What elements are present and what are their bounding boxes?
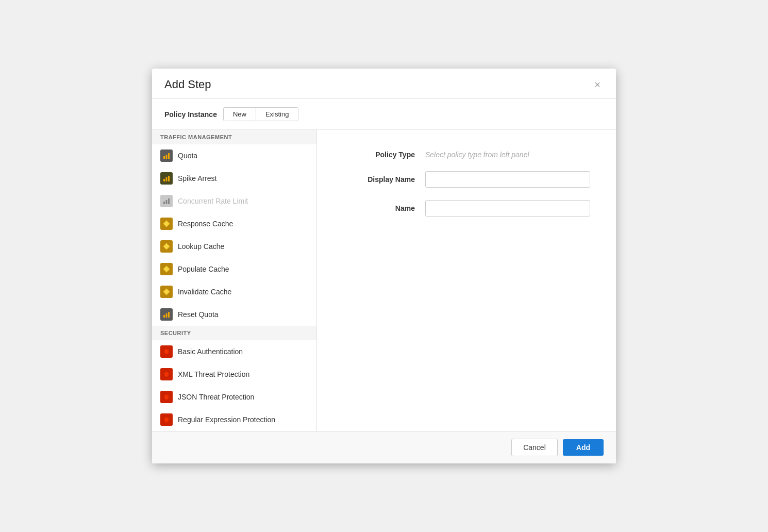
display-name-label: Display Name	[348, 175, 415, 184]
policy-item-populate-cache[interactable]: Populate Cache	[152, 258, 316, 280]
policy-item-label-xml-threat: XML Threat Protection	[178, 370, 249, 378]
close-button[interactable]: ×	[591, 78, 604, 91]
quota-icon	[160, 149, 173, 162]
policy-instance-row: Policy Instance New Existing	[152, 99, 616, 130]
policy-item-label-reset-quota: Reset Quota	[178, 310, 219, 319]
dialog-title: Add Step	[164, 78, 211, 91]
svg-rect-2	[168, 153, 170, 159]
policy-item-label-lookup-cache: Lookup Cache	[178, 242, 224, 251]
dialog-header: Add Step ×	[152, 69, 616, 99]
svg-rect-5	[168, 176, 170, 181]
existing-toggle-button[interactable]: Existing	[256, 108, 298, 121]
shield-icon	[160, 345, 173, 358]
svg-rect-19	[168, 312, 170, 318]
policy-item-reset-quota[interactable]: Reset Quota	[152, 303, 316, 326]
policy-item-label-response-cache: Response Cache	[178, 220, 233, 228]
add-step-dialog: Add Step × Policy Instance New Existing …	[152, 69, 616, 463]
policy-item-label-spike-arrest: Spike Arrest	[178, 174, 216, 182]
svg-rect-18	[166, 313, 168, 318]
concurrent-icon	[160, 195, 173, 207]
section-header-traffic-management: TRAFFIC MANAGEMENT	[152, 130, 316, 144]
display-name-input[interactable]	[425, 171, 590, 188]
name-label: Name	[348, 204, 415, 212]
policy-item-label-invalidate-cache: Invalidate Cache	[178, 288, 231, 296]
svg-rect-6	[163, 202, 165, 204]
left-panel: TRAFFIC MANAGEMENT Quota Spike Arrest Co…	[152, 130, 317, 431]
add-button[interactable]: Add	[563, 439, 604, 456]
svg-rect-1	[166, 155, 168, 159]
shield-icon	[160, 413, 173, 426]
policy-item-label-concurrent-rate-limit: Concurrent Rate Limit	[178, 197, 248, 205]
cache-icon	[160, 263, 173, 275]
new-toggle-button[interactable]: New	[224, 108, 256, 121]
dialog-footer: Cancel Add	[152, 431, 616, 463]
policy-item-xml-threat[interactable]: XML Threat Protection	[152, 363, 316, 386]
policy-item-label-populate-cache: Populate Cache	[178, 265, 229, 273]
svg-rect-17	[163, 315, 165, 318]
policy-item-concurrent-rate-limit: Concurrent Rate Limit	[152, 190, 316, 212]
policy-item-response-cache[interactable]: Response Cache	[152, 212, 316, 235]
dialog-body: TRAFFIC MANAGEMENT Quota Spike Arrest Co…	[152, 130, 616, 431]
policy-type-placeholder: Select policy type from left panel	[425, 151, 529, 159]
shield-icon	[160, 368, 173, 380]
policy-type-row: Policy Type Select policy type from left…	[348, 151, 590, 159]
display-name-row: Display Name	[348, 171, 590, 188]
cancel-button[interactable]: Cancel	[511, 439, 558, 456]
cache-icon	[160, 240, 173, 253]
svg-rect-7	[166, 200, 168, 204]
policy-item-invalidate-cache[interactable]: Invalidate Cache	[152, 280, 316, 303]
name-row: Name	[348, 200, 590, 217]
policy-item-json-threat[interactable]: JSON Threat Protection	[152, 386, 316, 408]
shield-icon	[160, 391, 173, 403]
policy-instance-toggle: New Existing	[223, 107, 299, 121]
policy-item-regex-protection[interactable]: Regular Expression Protection	[152, 408, 316, 431]
svg-rect-4	[166, 177, 168, 181]
svg-rect-0	[163, 156, 165, 159]
cache-icon	[160, 218, 173, 230]
policy-item-spike-arrest[interactable]: Spike Arrest	[152, 167, 316, 190]
section-header-security: SECURITY	[152, 326, 316, 340]
cache-icon	[160, 286, 173, 298]
right-panel: Policy Type Select policy type from left…	[317, 130, 616, 431]
policy-item-basic-auth[interactable]: Basic Authentication	[152, 340, 316, 363]
name-input[interactable]	[425, 200, 590, 217]
svg-rect-8	[168, 198, 170, 204]
policy-item-label-basic-auth: Basic Authentication	[178, 347, 243, 356]
policy-item-lookup-cache[interactable]: Lookup Cache	[152, 235, 316, 258]
policy-item-quota[interactable]: Quota	[152, 144, 316, 167]
policy-instance-label: Policy Instance	[164, 110, 217, 119]
policy-item-label-regex-protection: Regular Expression Protection	[178, 415, 275, 424]
policy-item-label-json-threat: JSON Threat Protection	[178, 393, 254, 401]
spike-icon	[160, 172, 173, 185]
svg-rect-3	[163, 179, 165, 181]
quota-icon	[160, 308, 173, 321]
policy-item-label-quota: Quota	[178, 152, 197, 160]
policy-type-label: Policy Type	[348, 151, 415, 159]
